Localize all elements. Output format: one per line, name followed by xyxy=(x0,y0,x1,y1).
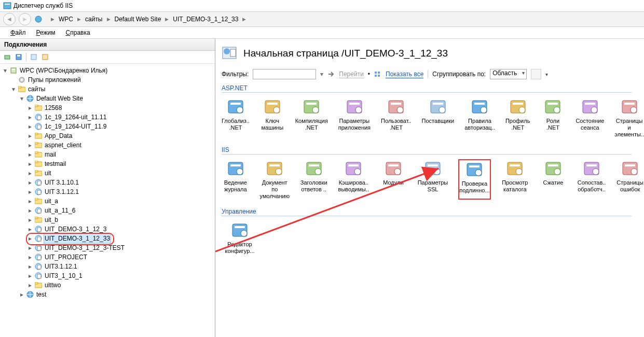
tree-item[interactable]: ▸mail xyxy=(2,150,215,159)
tree-item[interactable]: ▸UIT 3.1.10.1 xyxy=(2,178,215,187)
tree-item[interactable]: ▸testmail xyxy=(2,159,215,168)
feature-icon[interactable]: Просмотркаталога xyxy=(501,159,529,200)
tree-item[interactable]: ▸UIT3_1_10_1 xyxy=(2,271,215,280)
feature-icon[interactable]: Поставщики xyxy=(422,97,455,138)
feature-icon[interactable]: Модули xyxy=(379,159,407,200)
tree-twisty[interactable]: ▸ xyxy=(27,141,33,150)
tree-item[interactable]: ▸aspnet_client xyxy=(2,141,215,150)
tree-item[interactable]: ▸UIT_DEMO-3_1_12_33 xyxy=(2,234,215,243)
feature-icon[interactable]: Редакторконфигур... xyxy=(222,221,258,255)
tree-item[interactable]: ▸App_Data xyxy=(2,131,215,141)
nav-fwd-button[interactable]: ► xyxy=(19,13,31,25)
tree-twisty[interactable]: ▸ xyxy=(27,262,33,271)
tree-twisty[interactable]: ▸ xyxy=(27,122,33,131)
feature-caption: Пользоват...NET xyxy=(381,118,412,131)
tree-twisty[interactable]: ▸ xyxy=(27,178,33,187)
feature-icon[interactable]: Пользоват...NET xyxy=(381,97,412,138)
feature-icon[interactable]: Документ поумолчанию xyxy=(260,159,290,200)
tree-twisty[interactable]: ▸ xyxy=(27,113,33,122)
collapse-icon[interactable] xyxy=(41,53,49,61)
tree-twisty[interactable]: ▸ xyxy=(27,196,33,206)
show-all-link[interactable]: Показать все xyxy=(386,71,423,78)
feature-caption: Роли .NET xyxy=(541,118,566,131)
nav-back-button[interactable]: ◄ xyxy=(3,13,16,25)
tree-twisty[interactable]: ▸ xyxy=(27,252,33,262)
feature-icon[interactable]: Проверкаподлинно... xyxy=(458,159,490,200)
svg-rect-16 xyxy=(35,105,38,107)
tree-twisty[interactable]: ▸ xyxy=(27,131,33,141)
feature-icon[interactable]: Ведениежурнала xyxy=(222,159,250,200)
feature-icon[interactable]: Профиль.NET xyxy=(505,97,530,138)
tree-test[interactable]: ▸test xyxy=(2,290,215,299)
connect-icon[interactable] xyxy=(3,53,11,61)
feature-icon[interactable]: Параметрыприложения xyxy=(338,97,371,138)
feature-icon[interactable]: Страницыошибок xyxy=(616,159,644,200)
feature-icon[interactable]: ПараметрыSSL xyxy=(418,159,448,200)
chevron-right-icon: ▶ xyxy=(165,17,169,22)
tree-twisty[interactable]: ▸ xyxy=(27,150,33,159)
feature-icon[interactable]: Сопостав..обработч.. xyxy=(578,159,606,200)
tree-item[interactable]: ▸UIT_DEMO-3_1_12_3-TEST xyxy=(2,243,215,252)
connections-tree[interactable]: ▾WPC (WPC\Бондаренко Илья)Пулы приложени… xyxy=(0,64,215,337)
tree-item[interactable]: ▸uit_b xyxy=(2,215,215,224)
tree-twisty[interactable]: ▾ xyxy=(2,66,8,75)
tree-item[interactable]: ▸UIT 3.1.12.1 xyxy=(2,187,215,196)
tree-default-site[interactable]: ▾Default Web Site xyxy=(2,94,215,103)
filter-input[interactable] xyxy=(253,69,316,79)
breadcrumb-item[interactable]: сайты xyxy=(85,16,103,23)
tree-item[interactable]: ▸UIT_PROJECT xyxy=(2,252,215,262)
tree-twisty[interactable]: ▸ xyxy=(27,103,33,113)
tree-item[interactable]: ▸12568 xyxy=(2,103,215,113)
feature-icon[interactable]: Состояниесеанса xyxy=(576,97,604,138)
save-icon[interactable] xyxy=(15,53,23,61)
feature-icon[interactable]: Роли .NET xyxy=(541,97,566,138)
feature-icon[interactable]: Сжатие xyxy=(539,159,567,200)
tree-server[interactable]: ▾WPC (WPC\Бондаренко Илья) xyxy=(2,66,215,75)
menu-mode[interactable]: Режим xyxy=(32,28,60,37)
feature-icon[interactable]: Заголовкиответов .. xyxy=(300,159,328,200)
tree-item[interactable]: ▸1c_19_1264-uit_11.11 xyxy=(2,113,215,122)
tree-twisty[interactable]: ▸ xyxy=(27,215,33,224)
tree-twisty[interactable]: ▸ xyxy=(27,224,33,234)
tree-twisty[interactable]: ▾ xyxy=(19,94,25,103)
svg-rect-60 xyxy=(378,72,380,74)
breadcrumb-item[interactable]: UIT_DEMO-3_1_12_33 xyxy=(173,16,238,23)
tree-twisty[interactable]: ▸ xyxy=(27,159,33,168)
tree-item[interactable]: ▸uit xyxy=(2,168,215,178)
feature-icon[interactable]: Компиляция.NET xyxy=(295,97,328,138)
tree-item[interactable]: ▸uit_a xyxy=(2,196,215,206)
tree-item[interactable]: ▸UIT3.1.12.1 xyxy=(2,262,215,271)
menu-help[interactable]: Справка xyxy=(62,28,94,37)
menu-file[interactable]: Файл xyxy=(6,28,30,37)
svg-rect-32 xyxy=(37,181,41,185)
tree-twisty[interactable]: ▾ xyxy=(10,85,17,94)
connections-toolbar xyxy=(0,51,215,64)
expand-icon[interactable] xyxy=(30,53,38,61)
go-link[interactable]: Перейти xyxy=(339,71,364,78)
tree-item[interactable]: ▸UIT_DEMO-3_1_12_3 xyxy=(2,224,215,234)
breadcrumb-item[interactable]: Default Web Site xyxy=(115,16,161,23)
view-grid-button[interactable] xyxy=(531,69,541,79)
tree-twisty[interactable]: ▸ xyxy=(27,168,33,178)
feature-icon[interactable]: Ключмашины xyxy=(260,97,285,138)
groupby-combo[interactable]: Область xyxy=(490,69,527,79)
svg-rect-82 xyxy=(474,103,485,105)
tree-twisty[interactable]: ▸ xyxy=(19,290,25,299)
tree-twisty[interactable]: ▸ xyxy=(27,271,33,280)
tree-item[interactable]: ▸1c_19_1264-UIT_11.9 xyxy=(2,122,215,131)
tree-twisty[interactable]: ▸ xyxy=(27,280,33,290)
feature-icon[interactable]: Страницы иэлементы.. xyxy=(614,97,644,138)
tree-app-pools[interactable]: Пулы приложений xyxy=(2,75,215,85)
tree-twisty[interactable]: ▸ xyxy=(27,187,33,196)
breadcrumb-item[interactable]: WPC xyxy=(59,16,73,23)
tree-twisty[interactable]: ▸ xyxy=(27,234,33,243)
iis-icon xyxy=(3,2,11,10)
tree-twisty[interactable]: ▸ xyxy=(27,206,33,215)
feature-icon[interactable]: Глобализ...NET xyxy=(222,97,250,138)
tree-item[interactable]: ▸uit_a_11_6 xyxy=(2,206,215,215)
tree-twisty[interactable]: ▸ xyxy=(27,243,33,252)
feature-icon[interactable]: Правилаавторизац.. xyxy=(464,97,495,138)
feature-icon[interactable]: Кэширова..выводимы.. xyxy=(338,159,369,200)
tree-sites[interactable]: ▾сайты xyxy=(2,85,215,94)
tree-item[interactable]: ▸uittwo xyxy=(2,280,215,290)
